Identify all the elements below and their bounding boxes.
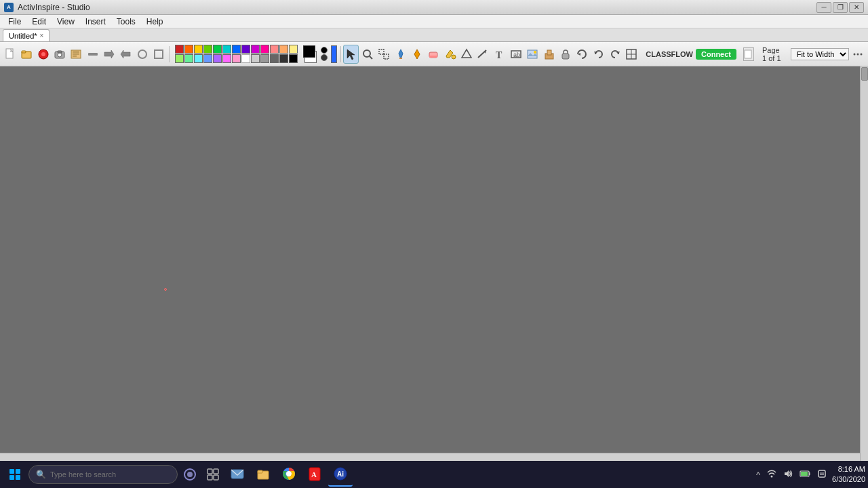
color-light-yellow[interactable]: [289, 45, 298, 54]
menu-insert[interactable]: Insert: [80, 16, 111, 28]
svg-point-27: [452, 55, 456, 59]
rotate-btn[interactable]: [574, 45, 589, 64]
color-teal[interactable]: [222, 45, 231, 54]
color-black[interactable]: [289, 54, 298, 63]
view-dropdown[interactable]: Fit to Width Fit to Page 100%: [791, 48, 849, 60]
system-clock[interactable]: 8:16 AM 6/30/2020: [832, 464, 865, 485]
action-center-icon[interactable]: [816, 468, 828, 482]
color-light-purple[interactable]: [213, 54, 222, 63]
blue-swatch-extra[interactable]: [331, 45, 336, 63]
tab-untitled[interactable]: Untitled* ×: [3, 29, 50, 41]
stamp-btn[interactable]: [541, 45, 556, 64]
black-dot[interactable]: [321, 47, 328, 54]
color-orange[interactable]: [184, 45, 193, 54]
pen-btn[interactable]: [393, 45, 408, 64]
record-btn[interactable]: [36, 45, 51, 64]
forward-arrow-btn[interactable]: [102, 45, 117, 64]
menu-view[interactable]: View: [52, 16, 80, 28]
taskbar-search[interactable]: 🔍: [28, 465, 178, 484]
back-arrow-btn[interactable]: [118, 45, 133, 64]
minimize-btn[interactable]: ─: [816, 2, 831, 13]
undo-btn[interactable]: [591, 45, 606, 64]
color-blue[interactable]: [232, 45, 241, 54]
connect-btn[interactable]: Connect: [696, 49, 736, 60]
color-dark-gray[interactable]: [270, 54, 279, 63]
resource-btn[interactable]: [68, 45, 83, 64]
svg-rect-9: [73, 52, 79, 53]
menu-tools[interactable]: Tools: [111, 16, 141, 28]
more-tools-btn[interactable]: [850, 45, 865, 64]
color-green[interactable]: [213, 45, 222, 54]
new-file-btn[interactable]: [3, 45, 18, 64]
color-light-red[interactable]: [270, 45, 279, 54]
circle-shape-btn[interactable]: [135, 45, 150, 64]
chrome-taskbar-btn[interactable]: [277, 462, 301, 487]
color-lime[interactable]: [203, 45, 212, 54]
color-light-teal[interactable]: [194, 54, 203, 63]
restore-btn[interactable]: ❐: [833, 2, 848, 13]
color-white[interactable]: [241, 54, 250, 63]
activinspire-taskbar-btn[interactable]: Ai: [328, 462, 353, 487]
media-btn[interactable]: [525, 45, 540, 64]
camera-btn[interactable]: [52, 45, 67, 64]
fill-btn[interactable]: [442, 45, 457, 64]
color-light-blue[interactable]: [203, 54, 212, 63]
minus-btn[interactable]: [85, 45, 100, 64]
color-darker-gray[interactable]: [279, 54, 288, 63]
close-btn[interactable]: ✕: [849, 2, 864, 13]
color-light-pink[interactable]: [232, 54, 241, 63]
color-light-gray[interactable]: [251, 54, 260, 63]
page-icon: [743, 47, 754, 61]
dark-dot[interactable]: [321, 54, 328, 61]
sound-tray-icon[interactable]: [782, 468, 794, 482]
color-mid-gray[interactable]: [260, 54, 269, 63]
color-light-green[interactable]: [184, 54, 193, 63]
acrobat-taskbar-btn[interactable]: A: [302, 462, 327, 487]
color-light-orange[interactable]: [279, 45, 288, 54]
color-light-magenta[interactable]: [222, 54, 231, 63]
canvas-area[interactable]: [0, 66, 868, 461]
lock-btn[interactable]: [558, 45, 573, 64]
eraser-btn[interactable]: [426, 45, 441, 64]
line-btn[interactable]: [475, 45, 490, 64]
shapes-btn[interactable]: [459, 45, 474, 64]
color-purple[interactable]: [241, 45, 250, 54]
zoom-btn[interactable]: [360, 45, 375, 64]
horizontal-scrollbar[interactable]: [0, 453, 860, 461]
text-btn[interactable]: T: [492, 45, 507, 64]
highlighter-btn[interactable]: [410, 45, 425, 64]
color-magenta[interactable]: [251, 45, 260, 54]
svg-point-61: [287, 472, 291, 476]
open-btn[interactable]: [19, 45, 34, 64]
svg-point-48: [856, 53, 859, 55]
tab-close-btn[interactable]: ×: [40, 32, 44, 39]
menu-help[interactable]: Help: [141, 16, 169, 28]
textbox-btn[interactable]: ab: [509, 45, 524, 64]
color-indicator[interactable]: [303, 45, 317, 63]
files-taskbar-btn[interactable]: [251, 462, 275, 487]
color-red[interactable]: [175, 45, 184, 54]
vertical-scrollbar[interactable]: [860, 66, 868, 461]
start-btn[interactable]: [3, 462, 27, 487]
fg-color-box[interactable]: [303, 45, 315, 58]
select-tool-btn[interactable]: [343, 45, 358, 64]
mail-taskbar-btn[interactable]: [225, 462, 250, 487]
color-light-lime[interactable]: [175, 54, 184, 63]
color-pink[interactable]: [260, 45, 269, 54]
battery-tray-icon[interactable]: [798, 468, 812, 482]
square-shape-btn[interactable]: [151, 45, 166, 64]
multi-select-btn[interactable]: [376, 45, 391, 64]
scrollbar-thumb[interactable]: [861, 67, 868, 81]
search-input[interactable]: [50, 470, 165, 479]
menu-edit[interactable]: Edit: [26, 16, 52, 28]
menu-file[interactable]: File: [3, 16, 26, 28]
cortana-btn[interactable]: [179, 464, 201, 485]
network-tray-icon[interactable]: [766, 468, 778, 482]
color-yellow[interactable]: [194, 45, 203, 54]
redo-btn[interactable]: [608, 45, 623, 64]
task-view-btn[interactable]: [202, 464, 224, 485]
svg-rect-10: [73, 54, 79, 55]
tab-bar: Untitled* ×: [0, 28, 868, 42]
grid-btn[interactable]: [624, 45, 639, 64]
show-hidden-tray-btn[interactable]: ^: [755, 468, 762, 481]
